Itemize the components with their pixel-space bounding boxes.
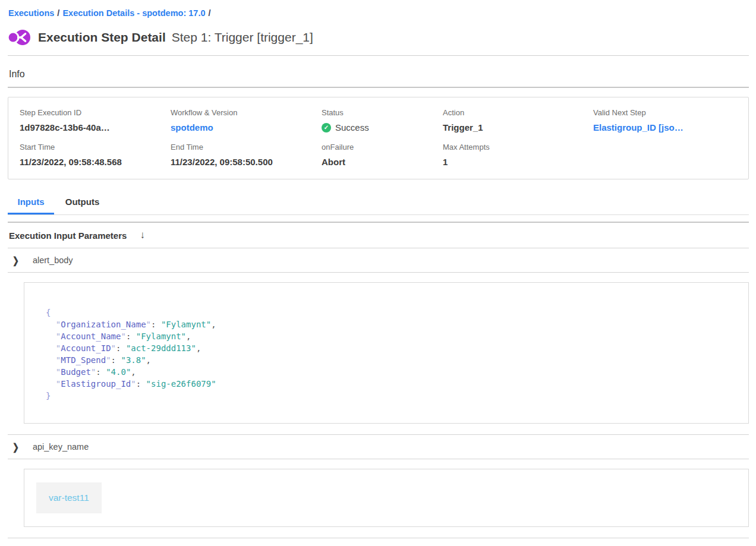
- execution-input-parameters-title: Execution Input Parameters: [9, 231, 127, 241]
- tabs-gap: [8, 215, 749, 222]
- divider: [8, 459, 749, 459]
- execution-input-parameters-header: Execution Input Parameters ↓: [8, 223, 749, 248]
- info-field-label: Max Attempts: [443, 143, 593, 152]
- info-field-end-time: End Time 11/23/2022, 09:58:50.500: [171, 143, 322, 167]
- breadcrumb-link-executions[interactable]: Executions: [8, 8, 54, 18]
- page-title: Execution Step Detail: [38, 30, 166, 45]
- page-header: Execution Step Detail Step 1: Trigger [t…: [8, 28, 749, 47]
- info-field-value: 1d97828c-13b6-40a…: [20, 122, 171, 132]
- breadcrumb-separator: /: [54, 8, 62, 18]
- title-wrap: Execution Step Detail Step 1: Trigger [t…: [38, 30, 313, 45]
- info-field-step-execution-id: Step Execution ID 1d97828c-13b6-40a…: [20, 108, 171, 132]
- info-field-status: Status ✓ Success: [322, 108, 443, 132]
- section-row-api-key-value[interactable]: ❯ api_key_value: [8, 538, 749, 546]
- info-field-value: 11/23/2022, 09:58:50.500: [171, 157, 322, 167]
- section-row-alert-body[interactable]: ❯ alert_body: [8, 248, 749, 272]
- info-section-heading: Info: [9, 69, 749, 80]
- info-field-label: End Time: [171, 143, 322, 152]
- info-card: Step Execution ID 1d97828c-13b6-40a… Wor…: [8, 97, 749, 179]
- tab-inputs[interactable]: Inputs: [8, 193, 54, 214]
- alert-body-content-card: { "Organization_Name": "Fylamynt", "Acco…: [24, 282, 749, 424]
- api-key-name-value: var-test11: [36, 482, 102, 513]
- info-heading-divider: [8, 87, 749, 88]
- status-text: Success: [335, 122, 369, 132]
- section-name: alert_body: [33, 255, 73, 265]
- info-field-label: Start Time: [20, 143, 171, 152]
- breadcrumb-separator: /: [206, 8, 214, 18]
- info-field-value: Abort: [322, 157, 443, 167]
- success-check-icon: ✓: [322, 123, 331, 132]
- tab-outputs[interactable]: Outputs: [54, 193, 111, 214]
- chevron-right-icon[interactable]: ❯: [12, 441, 19, 453]
- status-badge: ✓ Success: [322, 122, 443, 132]
- json-code: { "Organization_Name": "Fylamynt", "Acco…: [46, 307, 727, 402]
- chevron-right-icon[interactable]: ❯: [12, 255, 19, 266]
- info-field-onfailure: onFailure Abort: [322, 143, 443, 167]
- info-field-workflow-version: Workflow & Version spotdemo: [171, 108, 322, 132]
- info-field-label: Step Execution ID: [20, 108, 171, 117]
- info-field-label: Status: [322, 108, 443, 117]
- info-field-value: 11/23/2022, 09:58:48.568: [20, 157, 171, 167]
- execution-step-detail-page: Executions/Execution Details - spotdemo:…: [0, 0, 756, 546]
- fylamynt-logo-icon: [8, 28, 31, 47]
- section-row-api-key-name[interactable]: ❯ api_key_name: [8, 435, 749, 459]
- header-divider: [8, 55, 749, 56]
- tab-bar: Inputs Outputs: [8, 193, 749, 215]
- page-subtitle: Step 1: Trigger [trigger_1]: [172, 30, 313, 45]
- info-field-label: Action: [443, 108, 593, 117]
- info-field-label: onFailure: [322, 143, 443, 152]
- info-field-label: Valid Next Step: [593, 108, 737, 117]
- breadcrumb-link-execution-details[interactable]: Execution Details - spotdemo: 17.0: [62, 8, 205, 18]
- breadcrumb: Executions/Execution Details - spotdemo:…: [8, 6, 749, 19]
- info-field-value: 1: [443, 157, 593, 167]
- api-key-name-content-card: var-test11: [24, 469, 749, 527]
- divider: [8, 272, 749, 273]
- info-field-empty: [593, 143, 737, 167]
- info-field-action: Action Trigger_1: [443, 108, 593, 132]
- workflow-link[interactable]: spotdemo: [171, 122, 213, 132]
- info-field-start-time: Start Time 11/23/2022, 09:58:48.568: [20, 143, 171, 167]
- valid-next-step-link[interactable]: Elastigroup_ID [jso…: [593, 122, 683, 132]
- info-field-valid-next-step: Valid Next Step Elastigroup_ID [jso…: [593, 108, 737, 132]
- info-field-label: Workflow & Version: [171, 108, 322, 117]
- collapse-all-arrow-icon[interactable]: ↓: [140, 229, 145, 241]
- info-field-value: Trigger_1: [443, 122, 593, 132]
- section-name: api_key_name: [33, 442, 89, 452]
- info-field-max-attempts: Max Attempts 1: [443, 143, 593, 167]
